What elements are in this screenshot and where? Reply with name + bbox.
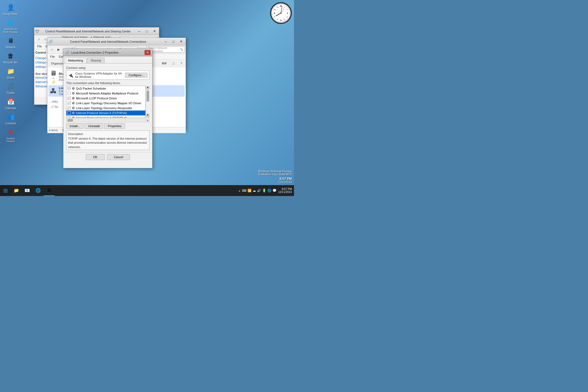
tray-message[interactable]: 💬 bbox=[272, 189, 277, 192]
ipv6-checkbox[interactable] bbox=[68, 111, 71, 115]
dialog-title-text: Local Area Connection 2 Properties bbox=[71, 51, 145, 54]
lltdr-checkbox[interactable] bbox=[68, 106, 71, 110]
list-item-mna[interactable]: ⚙ Microsoft Network Adapter Multiplexor … bbox=[66, 91, 145, 96]
surface-forums-img: ❋ bbox=[6, 128, 15, 137]
itunes-icon[interactable]: 🎵 iTunes bbox=[1, 81, 20, 96]
qos-checkbox[interactable] bbox=[68, 87, 71, 90]
lldp-checkbox[interactable] bbox=[68, 97, 71, 100]
list-item-ipv6[interactable]: ⚙ Internet Protocol Version 6 (TCP/IPv6) bbox=[66, 111, 145, 115]
cp-maximize-button[interactable]: □ bbox=[143, 29, 150, 34]
contacts-label: Contacts bbox=[5, 122, 16, 125]
clock-face: 12 3 6 9 1 2 4 5 7 8 10 11 bbox=[271, 3, 291, 23]
taskbar-outlook[interactable]: 📧 bbox=[22, 185, 33, 196]
nc-maximize-button[interactable]: □ bbox=[170, 39, 177, 44]
itunes-img: 🎵 bbox=[6, 82, 15, 91]
bluetooth-error-icon: ✕ bbox=[52, 77, 54, 80]
network-desktop-icon[interactable]: 🖥 Network bbox=[1, 35, 20, 50]
mna-checkbox[interactable] bbox=[68, 92, 71, 95]
cp-menu-file[interactable]: File bbox=[35, 44, 44, 48]
tab-networking[interactable]: Networking bbox=[65, 57, 87, 63]
taskbar-cp[interactable]: 🖥 bbox=[44, 185, 54, 196]
tab-sharing[interactable]: Sharing bbox=[87, 57, 105, 63]
description-text: TCP/IP version 6. The latest version of … bbox=[68, 137, 148, 149]
tray-battery[interactable]: 🔋 bbox=[262, 189, 266, 192]
svg-text:10: 10 bbox=[274, 9, 276, 10]
properties-dialog: 🔗 Local Area Connection 2 Properties ✕ N… bbox=[63, 48, 152, 168]
nc-back-button[interactable]: ◀ bbox=[48, 47, 54, 53]
tray-keyboard[interactable]: ⌨ bbox=[242, 189, 246, 192]
connection-uses-label: This connection uses the following items… bbox=[66, 81, 149, 85]
nc-close-button[interactable]: ✕ bbox=[177, 39, 185, 44]
list-item-lldp[interactable]: ⚙ Microsoft LLDP Protocol Driver bbox=[66, 96, 145, 101]
itunes-label: iTunes bbox=[7, 91, 15, 95]
nc-titlebar: 🔗 Control Panel\Network and Internet\Net… bbox=[47, 38, 186, 45]
local-area-icon: 🖧 bbox=[50, 87, 57, 95]
nc-search-icon: 🔍 bbox=[180, 48, 183, 51]
nc-window-controls: ─ □ ✕ bbox=[162, 39, 185, 44]
svg-text:9: 9 bbox=[274, 12, 275, 14]
tray-arrow[interactable]: ▲ bbox=[238, 189, 241, 192]
cp-back-button[interactable]: ◀ bbox=[35, 36, 41, 42]
cp-close-button[interactable]: ✕ bbox=[151, 29, 158, 34]
description-box: Description TCP/IP version 6. The latest… bbox=[66, 130, 149, 150]
list-item-lltdr[interactable]: ⚙ Link-Layer Topology Discovery Responde… bbox=[66, 106, 145, 111]
ipv4-checkbox[interactable] bbox=[68, 116, 71, 118]
svg-text:11: 11 bbox=[277, 6, 278, 8]
taskbar-right: ▲ ⌨ 📶 ☁ 🔊 🔋 🌐 💬 8:07 PM 12/11/2014 bbox=[236, 185, 294, 196]
nc-help-button[interactable]: ? bbox=[178, 61, 185, 66]
network-icon-img: 🖥 bbox=[6, 36, 15, 45]
connect-using-label: Connect using: bbox=[66, 66, 149, 69]
ok-button[interactable]: OK bbox=[86, 154, 105, 160]
tray-globe[interactable]: 🌐 bbox=[267, 189, 271, 192]
nc-view-toggle[interactable]: ⊞⊞ bbox=[159, 61, 169, 66]
user-avatar-img: 👤 bbox=[6, 3, 15, 12]
contacts-icon[interactable]: 👥 Contacts bbox=[1, 112, 20, 126]
cp-minimize-button[interactable]: ─ bbox=[136, 29, 143, 34]
list-item-ipv4[interactable]: ⚙ Internet Protocol Version 4 (TCP/IPv4) bbox=[66, 115, 145, 118]
taskbar-explorer[interactable]: 📁 bbox=[11, 185, 22, 196]
user-profile-icon[interactable]: 👤 Doug Sharp bbox=[1, 2, 20, 17]
system-tray: ▲ ⌨ 📶 ☁ 🔊 🔋 🌐 💬 bbox=[238, 189, 277, 192]
nc-title: Control Panel\Network and Internet\Netwo… bbox=[54, 40, 162, 43]
calendar-icon[interactable]: 📅 Calendar bbox=[1, 96, 20, 111]
bluetooth-conn-icon: 🖥 ✕ ⚡ bbox=[50, 69, 57, 84]
dialog-close-button[interactable]: ✕ bbox=[145, 50, 151, 55]
list-item-lltdm[interactable]: ⚙ Link-Layer Topology Discovery Mapper I… bbox=[66, 101, 145, 106]
svg-point-16 bbox=[280, 13, 281, 14]
configure-button[interactable]: Configure... bbox=[125, 73, 148, 78]
tray-cloud[interactable]: ☁ bbox=[253, 189, 256, 192]
user-name-label: Doug Sharp bbox=[3, 13, 18, 16]
windows-welcome-icon[interactable]: ⊞ Welcome to Tech Preview bbox=[1, 17, 20, 35]
install-button[interactable]: Install... bbox=[66, 123, 84, 129]
nc-menu-file[interactable]: File bbox=[48, 54, 57, 59]
dialog-footer: OK Cancel bbox=[63, 152, 152, 162]
list-item-qos[interactable]: ⚙ QoS Packet Scheduler bbox=[66, 86, 145, 91]
tray-volume[interactable]: 🔊 bbox=[257, 189, 261, 192]
connection-items-list[interactable]: ⚙ QoS Packet Scheduler ⚙ Microsoft Netwo… bbox=[66, 86, 146, 118]
calendar-img: 📅 bbox=[6, 97, 15, 106]
taskbar-ie[interactable]: 🌐 bbox=[33, 185, 44, 196]
tray-network[interactable]: 📶 bbox=[247, 189, 252, 192]
nc-info-pane-button[interactable]: □ bbox=[170, 61, 177, 66]
cp-titlebar: 🛡 Control Panel\Network and Internet\Net… bbox=[34, 27, 159, 35]
properties-button[interactable]: Properties bbox=[104, 123, 125, 129]
items-list-scrollbar[interactable]: ▲ ▼ bbox=[146, 86, 149, 118]
uninstall-button[interactable]: Uninstall bbox=[85, 123, 103, 129]
surface-forums-icon[interactable]: ❋ Surface Forums bbox=[1, 127, 20, 144]
scrollbar-thumb[interactable] bbox=[146, 91, 149, 102]
nc-minimize-button[interactable]: ─ bbox=[162, 39, 169, 44]
windows-logo-icon: ⊞ bbox=[6, 19, 15, 27]
svg-text:6: 6 bbox=[280, 19, 281, 21]
cancel-button[interactable]: Cancel bbox=[107, 154, 130, 160]
nc-forward-button[interactable]: ▶ bbox=[56, 47, 62, 53]
welcome-label: Welcome to Tech Preview bbox=[3, 28, 18, 34]
start-button[interactable]: ⊞ bbox=[0, 185, 11, 196]
taskbar-items: 📁 📧 🌐 🖥 bbox=[11, 185, 236, 196]
dialog-action-buttons: Install... Uninstall Properties bbox=[66, 123, 149, 129]
shorts-icon[interactable]: 📁 Shorts bbox=[1, 66, 20, 81]
lltdm-checkbox[interactable] bbox=[68, 102, 71, 105]
taskbar-clock[interactable]: 8:07 PM 12/11/2014 bbox=[278, 188, 292, 194]
dialog-tabs: Networking Sharing bbox=[63, 56, 152, 63]
recycle-bin-icon[interactable]: 🗑 Recycle Bin bbox=[1, 51, 20, 65]
horizontal-scrollbar[interactable]: ▶ bbox=[66, 118, 149, 122]
